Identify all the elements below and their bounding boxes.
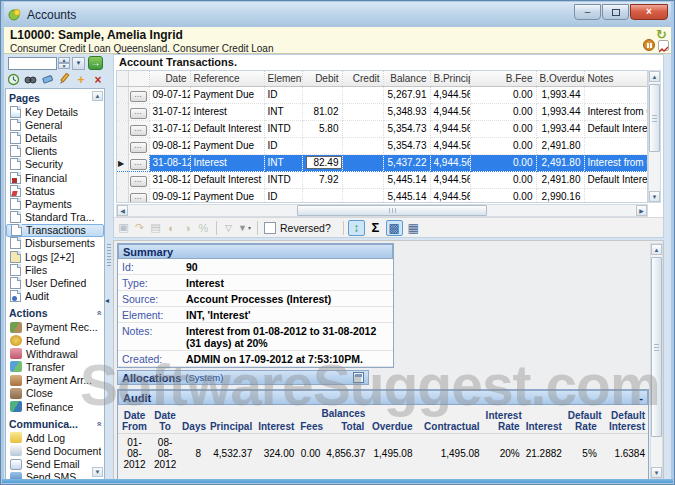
sidebar-item-security[interactable]: Security [6, 158, 104, 171]
sidebar-item-disbursements[interactable]: Disbursements [6, 237, 104, 250]
column-header-debit[interactable]: Debit [302, 71, 342, 86]
record-dropdown-button[interactable]: ▼ [72, 57, 85, 70]
go-button[interactable]: → [88, 56, 103, 70]
sidebar-item-details[interactable]: Details [6, 131, 104, 144]
sidebar-item-audit[interactable]: Audit [6, 290, 104, 303]
minimize-panel-icon[interactable]: - [639, 393, 643, 403]
transaction-row[interactable]: …31-07-12InterestINT81.025,348.934,944.5… [117, 103, 648, 120]
allocate-icon[interactable]: ◑ [180, 220, 195, 235]
sidebar-item-refinance[interactable]: Refinance [6, 400, 104, 413]
transaction-row[interactable]: …31-08-12Default InterestINTD7.925,445.1… [117, 171, 648, 188]
sidebar-item-add-log[interactable]: Add Log [6, 431, 104, 444]
pause-icon[interactable] [643, 39, 655, 51]
percent-icon[interactable]: % [196, 220, 211, 235]
delete-icon[interactable]: × [91, 73, 105, 87]
sidebar-item-send-email[interactable]: Send Email [6, 458, 104, 471]
close-button[interactable]: × [630, 4, 668, 20]
sidebar-item-transactions[interactable]: Transactions [6, 224, 104, 237]
column-header-b-principa[interactable]: B.Principa [430, 71, 470, 86]
collapse-chevron-icon[interactable]: » [93, 421, 103, 426]
export-grid-icon[interactable]: ▦ [405, 220, 422, 236]
clear-icon[interactable] [40, 73, 54, 87]
column-header-element[interactable]: Element [264, 71, 302, 86]
column-header-date[interactable]: Date [149, 71, 190, 86]
grid-vscrollbar[interactable]: ▲ ▼ [648, 70, 661, 203]
audit-header[interactable]: Audit - [118, 390, 648, 405]
find-icon[interactable] [23, 73, 37, 87]
post-icon[interactable]: ▣ [116, 220, 131, 235]
scroll-down-icon[interactable]: ▼ [651, 467, 662, 478]
column-header-b-fee[interactable]: B.Fee [470, 71, 536, 86]
sidebar-scroll-down[interactable]: ▼ [92, 467, 103, 477]
summary-header[interactable]: Summary [118, 244, 393, 259]
sidebar-item-user-defined[interactable]: User Defined [6, 276, 104, 289]
scroll-down-icon[interactable]: ▼ [649, 191, 660, 202]
ellipsis-button[interactable]: … [130, 142, 147, 153]
minimize-button[interactable]: – [574, 4, 601, 20]
ellipsis-button[interactable]: … [130, 91, 147, 102]
ellipsis-button[interactable]: … [130, 108, 147, 119]
collapse-pane-icon[interactable]: ◂ [105, 296, 109, 305]
edit-icon[interactable] [57, 73, 71, 87]
sidebar-item-status[interactable]: Status [6, 184, 104, 197]
allocations-header[interactable]: Allocations (System) [117, 370, 369, 385]
pane-splitter[interactable]: ◂ [105, 54, 113, 480]
sidebar-item-payment-arr[interactable]: Payment Arr... [6, 374, 104, 387]
transaction-row[interactable]: …09-09-12Payment DueID5,445.144,944.560.… [117, 188, 648, 203]
sidebar-item-standard-tra[interactable]: Standard Tra... [6, 211, 104, 224]
transaction-row[interactable]: …31-07-12Default InterestINTD5.805,354.7… [117, 120, 648, 137]
column-header-b-overdue[interactable]: B.Overdue [536, 71, 584, 86]
sidebar-item-financial[interactable]: Financial [6, 171, 104, 184]
transaction-row[interactable]: …09-07-12Payment DueID5,267.914,944.560.… [117, 86, 648, 103]
maximize-button[interactable] [602, 4, 629, 20]
title-bar[interactable]: Accounts – × [4, 2, 671, 27]
audit-row[interactable]: 01-08-2012 08-08-2012 8 4,532.37 324.00 … [118, 434, 648, 474]
grid-hscrollbar[interactable]: ◀ ▶ [116, 204, 648, 217]
sidebar-item-logs-2-2[interactable]: Logs [2+2] [6, 250, 104, 263]
sidebar-item-payment-rec[interactable]: Payment Rec... [6, 321, 104, 334]
autosize-icon[interactable]: ↕ [348, 220, 365, 236]
restore-icon[interactable] [353, 372, 364, 383]
sidebar-item-clients[interactable]: Clients [6, 145, 104, 158]
debit-cell-editor[interactable]: 82.49 [306, 156, 342, 169]
scroll-up-icon[interactable]: ▲ [649, 71, 660, 82]
sidebar-item-refund[interactable]: Refund [6, 334, 104, 347]
print-icon[interactable]: ▤ [148, 220, 163, 235]
ellipsis-button[interactable]: … [130, 125, 147, 136]
column-header-notes[interactable]: Notes [584, 71, 648, 86]
sidebar-item-payments[interactable]: Payments [6, 197, 104, 210]
ellipsis-button[interactable]: … [130, 159, 147, 170]
transaction-row[interactable]: …09-08-12Payment DueID5,354.734,944.560.… [117, 137, 648, 154]
section-header-actions[interactable]: Actions» [6, 306, 104, 321]
recalculate-icon[interactable]: ◐ [164, 220, 179, 235]
reversed-checkbox[interactable] [264, 222, 276, 234]
ellipsis-button[interactable]: … [130, 176, 147, 187]
column-header-credit[interactable]: Credit [342, 71, 383, 86]
grid-hscroll-thumb[interactable] [297, 205, 487, 216]
column-header-reference[interactable]: Reference [190, 71, 264, 86]
scroll-right-icon[interactable]: ▶ [636, 205, 647, 216]
history-icon[interactable] [6, 73, 20, 87]
filter-menu-icon[interactable]: ▼▾ [237, 220, 252, 235]
add-icon[interactable]: + [74, 73, 88, 87]
sidebar-item-key-details[interactable]: Key Details [6, 105, 104, 118]
section-header-pages[interactable]: Pages» [6, 90, 104, 105]
preview-icon[interactable]: ▩ [386, 220, 403, 236]
transaction-row[interactable]: ▶…31-08-12InterestINT82.495,437.224,944.… [117, 154, 648, 171]
grid-vscroll-thumb[interactable] [649, 84, 660, 152]
sum-icon[interactable]: Σ [367, 220, 384, 236]
column-header-balance[interactable]: Balance [383, 71, 430, 86]
section-header-communica[interactable]: Communica...» [6, 416, 104, 431]
record-nav-input[interactable] [8, 57, 57, 70]
transactions-grid[interactable]: DateReferenceElementDebitCreditBalanceB.… [116, 70, 648, 203]
filter-icon[interactable]: ▽ [221, 220, 236, 235]
sidebar-item-files[interactable]: Files [6, 263, 104, 276]
detail-vscrollbar[interactable]: ▲ ▼ [650, 243, 663, 479]
scroll-up-icon[interactable]: ▲ [651, 244, 662, 255]
reverse-icon[interactable]: ↷ [132, 220, 147, 235]
sidebar-item-transfer[interactable]: Transfer [6, 360, 104, 373]
sidebar-item-withdrawal[interactable]: Withdrawal [6, 347, 104, 360]
sidebar-item-close[interactable]: Close [6, 387, 104, 400]
scroll-left-icon[interactable]: ◀ [117, 205, 128, 216]
ellipsis-button[interactable]: … [130, 193, 147, 204]
